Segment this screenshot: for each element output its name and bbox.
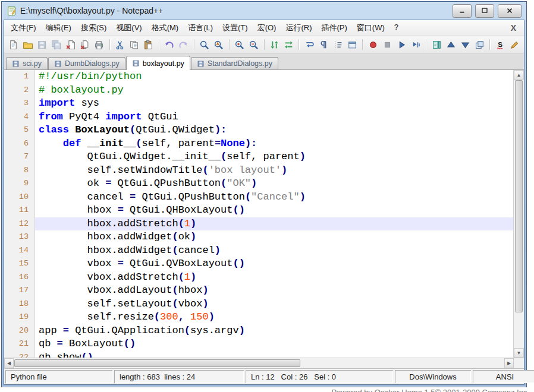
menu-item-9[interactable]: 插件(P) (316, 20, 351, 36)
code-line[interactable]: vbox.addStretch(1) (35, 271, 513, 284)
code-line[interactable]: #!/usr/bin/python (35, 70, 513, 84)
code-line[interactable]: qb = BoxLayout() (35, 337, 513, 351)
sync-horizontal-scroll-icon[interactable] (282, 38, 295, 51)
vertical-scrollbar[interactable]: ▲ ▼ (513, 70, 524, 358)
code-line[interactable]: class BoxLayout(QtGui.QWidget): (35, 124, 513, 137)
edit-marker-icon[interactable] (508, 38, 521, 51)
code-line[interactable]: # boxlayout.py (35, 84, 513, 97)
zoom-in-icon[interactable] (233, 38, 246, 51)
scroll-up-arrow[interactable]: ▲ (514, 70, 524, 80)
editor: 12345678910111213141516171819202122 #!/u… (4, 70, 524, 368)
menu-item-2[interactable]: 搜索(S) (76, 20, 111, 36)
menu-item-10[interactable]: 窗口(W) (352, 20, 389, 36)
tab-label: sci.py (23, 59, 42, 68)
line-number: 18 (4, 298, 29, 311)
line-number: 20 (4, 324, 29, 338)
code-line[interactable]: QtGui.QWidget.__init__(self, parent) (35, 150, 513, 164)
cut-icon[interactable] (114, 38, 127, 51)
tab-standarddialogs-py[interactable]: StandardDialogs.py (191, 57, 278, 69)
code-line[interactable]: self.setWindowTitle('box layout') (35, 164, 513, 178)
menu-item-6[interactable]: 设置(T) (218, 20, 253, 36)
code-line[interactable]: vbox.addLayout(hbox) (35, 284, 513, 298)
sync-vertical-scroll-icon[interactable] (268, 38, 281, 51)
saved-file-icon (197, 60, 205, 68)
maximize-button[interactable] (475, 4, 494, 18)
replace-icon[interactable] (212, 38, 225, 51)
doc-switcher-icon[interactable] (473, 38, 486, 51)
user-define-dialog-icon[interactable] (345, 38, 359, 51)
code-line[interactable]: def __init__(self, parent=None): (35, 137, 513, 151)
redo-icon[interactable] (177, 38, 190, 51)
close-all-docs-icon[interactable] (78, 38, 92, 51)
code-line[interactable]: ok = QtGui.QPushButton("OK") (35, 177, 513, 191)
macro-stop-icon[interactable] (381, 38, 394, 51)
notepadpp-window: E:\myself\Qt\boxlayout.py - Notepad++ 文件… (1, 1, 527, 387)
menu-item-1[interactable]: 编辑(E) (41, 20, 76, 36)
scroll-left-arrow[interactable]: ◀ (4, 358, 14, 368)
encoding-pane: ANSI (473, 370, 534, 383)
close-button[interactable] (498, 4, 522, 18)
save-icon[interactable] (36, 38, 49, 51)
tab-label: StandardDialogs.py (208, 59, 272, 68)
code-line[interactable]: self.setLayout(vbox) (35, 298, 513, 311)
title-bar[interactable]: E:\myself\Qt\boxlayout.py - Notepad++ (4, 2, 524, 20)
menu-item-8[interactable]: 运行(R) (281, 20, 316, 36)
line-number: 15 (4, 257, 29, 271)
horizontal-scrollbar[interactable]: ◀ ▶ (4, 358, 524, 368)
tab-boxlayout-py[interactable]: boxlayout.py (126, 56, 190, 70)
menu-item-4[interactable]: 格式(M) (147, 20, 184, 36)
menu-item-5[interactable]: 语言(L) (183, 20, 218, 36)
code-line[interactable]: vbox = QtGui.QVBoxLayout() (35, 257, 513, 271)
code-line[interactable]: hbox.addWidget(cancel) (35, 244, 513, 258)
paste-icon[interactable] (142, 38, 155, 51)
doc-map-icon[interactable] (430, 38, 443, 51)
code-line-current[interactable]: hbox.addStretch(1) (35, 217, 513, 231)
show-all-chars-icon[interactable] (317, 38, 330, 51)
tab-sci-py[interactable]: sci.py (6, 57, 48, 69)
code-line[interactable]: hbox.addWidget(ok) (35, 230, 513, 244)
tab-label: DumbDialogs.py (65, 59, 120, 68)
zoom-out-icon[interactable] (247, 38, 260, 51)
code-line[interactable]: self.resize(300, 150) (35, 311, 513, 324)
indent-guide-icon[interactable] (331, 38, 344, 51)
open-file-icon[interactable] (21, 38, 34, 51)
code-line[interactable]: app = QtGui.QApplication(sys.argv) (35, 324, 513, 338)
prev-doc-icon[interactable] (444, 38, 457, 51)
save-all-icon[interactable] (50, 38, 63, 51)
line-number: 8 (4, 164, 29, 178)
close-doc-icon[interactable] (64, 38, 77, 51)
minimize-button[interactable] (453, 4, 472, 18)
code-line[interactable]: from PyQt4 import QtGui (35, 110, 513, 124)
find-icon[interactable] (198, 38, 211, 51)
horizontal-scroll-thumb[interactable] (14, 359, 300, 367)
menu-item-3[interactable]: 视图(V) (111, 20, 146, 36)
code-line[interactable]: cancel = QtGui.QPushButton("Cancel") (35, 191, 513, 204)
code-line[interactable]: hbox = QtGui.QHBoxLayout() (35, 204, 513, 217)
horizontal-scroll-track[interactable] (14, 358, 504, 368)
word-wrap-icon[interactable] (303, 38, 316, 51)
macro-record-icon[interactable] (366, 38, 379, 51)
vertical-scroll-track[interactable] (514, 80, 524, 348)
new-file-icon[interactable] (7, 38, 20, 51)
scroll-down-arrow[interactable]: ▼ (514, 348, 524, 358)
window-title: E:\myself\Qt\boxlayout.py - Notepad++ (20, 6, 163, 15)
macro-run-multiple-icon[interactable] (409, 38, 422, 51)
toolbar-separator (362, 39, 363, 50)
scroll-right-arrow[interactable]: ▶ (504, 358, 514, 368)
macro-play-icon[interactable] (395, 38, 408, 51)
menu-item-11[interactable]: ? (389, 20, 403, 36)
code-area[interactable]: #!/usr/bin/python# boxlayout.pyimport sy… (35, 70, 513, 358)
copy-icon[interactable] (128, 38, 141, 51)
print-icon[interactable] (93, 38, 106, 51)
menu-item-7[interactable]: 宏(O) (253, 20, 281, 36)
vertical-scroll-thumb[interactable] (515, 80, 523, 312)
menu-item-0[interactable]: 文件(F) (6, 20, 41, 36)
code-line[interactable]: qb.show() (35, 351, 513, 358)
tab-dumbdialogs-py[interactable]: DumbDialogs.py (48, 57, 125, 69)
doc-close-x-button[interactable]: X (505, 23, 522, 33)
line-number: 4 (4, 110, 29, 124)
undo-icon[interactable] (163, 38, 176, 51)
code-line[interactable]: import sys (35, 97, 513, 110)
next-doc-icon[interactable] (458, 38, 472, 51)
spell-check-icon[interactable]: S (494, 38, 507, 51)
